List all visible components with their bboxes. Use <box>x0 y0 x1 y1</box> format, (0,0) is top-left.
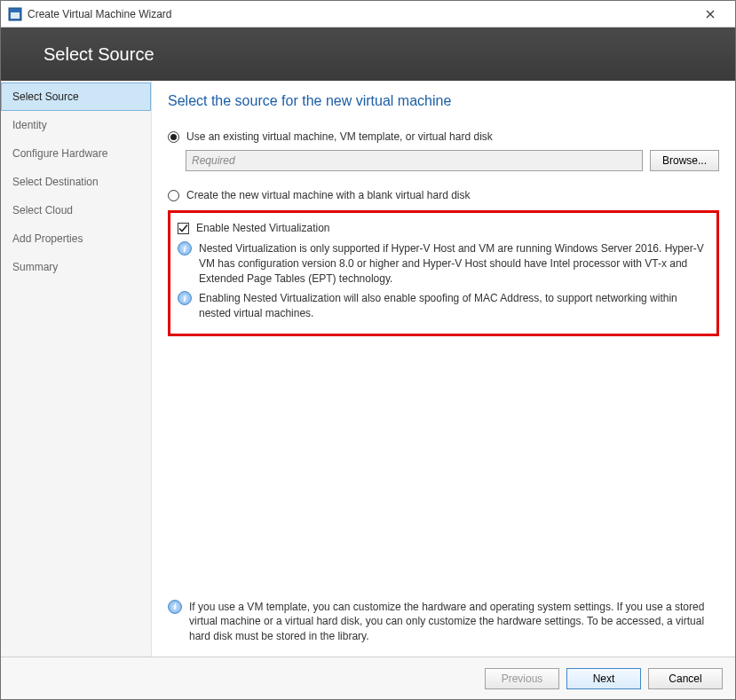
info-icon: i <box>168 600 182 614</box>
path-row: Required Browse... <box>186 150 719 171</box>
wizard-body: Select Source Identity Configure Hardwar… <box>1 81 735 657</box>
banner-title: Select Source <box>44 44 154 65</box>
close-button[interactable] <box>692 1 728 28</box>
previous-button: Previous <box>485 668 559 689</box>
option-blank-row[interactable]: Create the new virtual machine with a bl… <box>168 189 719 201</box>
info-text-1: Nested Virtualization is only supported … <box>199 241 709 286</box>
sidebar-step-summary[interactable]: Summary <box>1 253 151 281</box>
option-existing-label: Use an existing virtual machine, VM temp… <box>186 130 493 143</box>
info-icon: i <box>178 291 192 305</box>
wizard-window: Create Virtual Machine Wizard Select Sou… <box>0 0 736 700</box>
option-existing-row[interactable]: Use an existing virtual machine, VM temp… <box>168 130 719 143</box>
sidebar-step-identity[interactable]: Identity <box>1 111 151 139</box>
bottom-info-text: If you use a VM template, you can custom… <box>189 600 719 644</box>
info-icon: i <box>178 241 192 256</box>
titlebar: Create Virtual Machine Wizard <box>1 1 735 28</box>
sidebar-step-select-source[interactable]: Select Source <box>1 83 151 111</box>
svg-rect-2 <box>11 10 20 12</box>
source-path-input[interactable]: Required <box>186 150 643 171</box>
radio-blank[interactable] <box>168 190 179 201</box>
bottom-info-row: i If you use a VM template, you can cust… <box>168 600 719 644</box>
sidebar-step-select-destination[interactable]: Select Destination <box>1 168 151 196</box>
wizard-main: Select the source for the new virtual ma… <box>152 81 735 657</box>
enable-nested-row[interactable]: Enable Nested Virtualization <box>178 222 709 234</box>
info-row-2: i Enabling Nested Virtualization will al… <box>178 291 709 321</box>
radio-existing[interactable] <box>168 131 179 143</box>
wizard-sidebar: Select Source Identity Configure Hardwar… <box>1 81 152 657</box>
window-title: Create Virtual Machine Wizard <box>28 8 692 20</box>
sidebar-step-add-properties[interactable]: Add Properties <box>1 224 151 253</box>
enable-nested-label: Enable Nested Virtualization <box>196 222 330 234</box>
nested-virtualization-highlight: Enable Nested Virtualization i Nested Vi… <box>168 210 719 336</box>
next-button[interactable]: Next <box>566 668 641 689</box>
sidebar-step-select-cloud[interactable]: Select Cloud <box>1 196 151 224</box>
browse-button[interactable]: Browse... <box>650 150 719 171</box>
info-text-2: Enabling Nested Virtualization will also… <box>199 291 709 321</box>
enable-nested-checkbox[interactable] <box>178 223 189 234</box>
page-heading: Select the source for the new virtual ma… <box>168 93 719 109</box>
app-icon <box>8 7 22 21</box>
option-blank-label: Create the new virtual machine with a bl… <box>186 189 471 201</box>
info-row-1: i Nested Virtualization is only supporte… <box>178 241 709 286</box>
wizard-footer: Previous Next Cancel <box>1 657 735 699</box>
sidebar-step-configure-hardware[interactable]: Configure Hardware <box>1 139 151 168</box>
banner: Select Source <box>1 28 735 81</box>
cancel-button[interactable]: Cancel <box>648 668 723 689</box>
